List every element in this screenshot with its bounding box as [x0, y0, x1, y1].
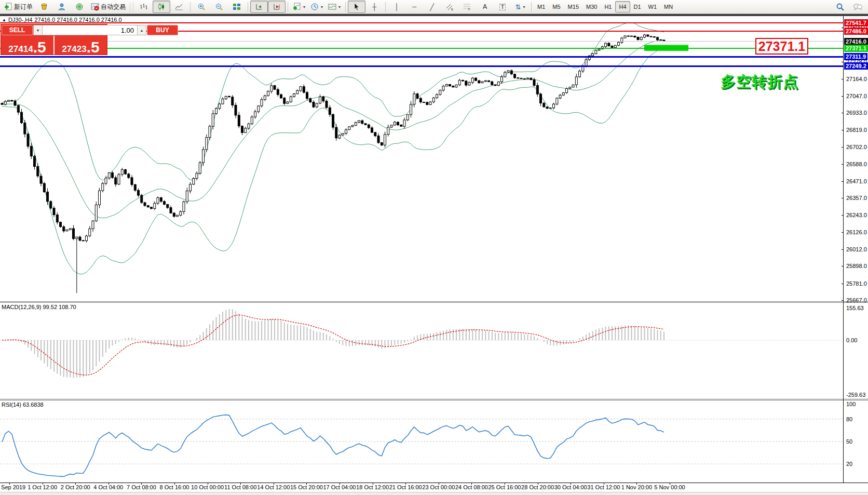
collapse-marker-icon[interactable]: ▲: [2, 18, 6, 22]
pane-separator[interactable]: [0, 399, 868, 399]
tf-h1-button[interactable]: H1: [601, 1, 615, 12]
symbol-period-label: DJ30-,H4: [8, 17, 32, 23]
tf-d1-button[interactable]: D1: [630, 1, 645, 12]
new-order-button[interactable]: 新订单: [2, 1, 35, 13]
time-tick: [571, 483, 571, 485]
pane-separator[interactable]: [0, 301, 868, 302]
horizontal-line-button[interactable]: ─: [405, 1, 423, 13]
clock-icon: [310, 3, 319, 11]
price-tag: 27486.0: [844, 28, 868, 35]
tile-windows-button[interactable]: [228, 1, 246, 13]
tf-m1-button[interactable]: M1: [534, 1, 549, 12]
price-axis-line: [843, 16, 844, 483]
pane-separator: [0, 400, 868, 400]
new-order-label: 新订单: [14, 3, 33, 11]
tf-m5-button[interactable]: M5: [549, 1, 564, 12]
cursor-icon: [352, 3, 361, 11]
label-tool-button[interactable]: T: [494, 1, 511, 13]
time-axis[interactable]: 30 Sep 20191 Oct 12:002 Oct 20:004 Oct 0…: [0, 483, 868, 492]
text-tool-icon: A: [483, 4, 487, 10]
ohlc-values: 27416.0 27416.0 27416.0 27416.0: [34, 17, 121, 23]
search-button[interactable]: [831, 1, 849, 13]
tf-m30-button[interactable]: M30: [582, 1, 601, 12]
community-button[interactable]: [53, 1, 71, 13]
time-tick: [405, 483, 406, 485]
crosshair-button[interactable]: ┼: [365, 1, 383, 13]
autotrading-button[interactable]: 自动交易: [88, 1, 128, 13]
caret-down-icon: ▾: [321, 5, 323, 9]
tf-h4-button[interactable]: H4: [615, 1, 630, 12]
tf-mn-button[interactable]: MN: [660, 1, 676, 12]
price-chart[interactable]: [0, 16, 843, 301]
time-tick: [604, 483, 604, 485]
bollinger-lower: [2, 48, 664, 274]
time-tick: [340, 483, 340, 485]
arrows-button[interactable]: ⇅ ▾: [511, 1, 529, 13]
price-tick-label: 25781.0: [846, 280, 867, 287]
chart-shift-button[interactable]: [268, 1, 286, 13]
time-label: 5 Nov 00:00: [641, 484, 698, 490]
cursor-button[interactable]: [348, 1, 365, 13]
horizontal-line-icon: ─: [412, 4, 416, 10]
time-tick: [471, 483, 472, 485]
horizontal-line-object[interactable]: [0, 41, 843, 42]
volume-decrease-button[interactable]: ▼: [33, 25, 43, 35]
template-icon: [328, 3, 336, 11]
bar-chart-button[interactable]: [135, 1, 153, 13]
line-chart-button[interactable]: [170, 1, 188, 13]
tf-w1-button[interactable]: W1: [645, 1, 661, 12]
horizontal-line-object[interactable]: [0, 65, 843, 67]
macd-pane[interactable]: [0, 303, 843, 399]
horizontal-line-object[interactable]: [0, 22, 843, 23]
toolbar-separator: [345, 2, 346, 12]
vertical-line-button[interactable]: │: [388, 1, 405, 13]
label-tool-icon: T: [499, 4, 506, 10]
person-icon: [58, 3, 66, 11]
candlestick-chart-button[interactable]: [153, 1, 170, 13]
line-chart-icon: [175, 3, 183, 11]
channel-icon: E: [445, 3, 454, 11]
trendline-icon: ╱: [430, 4, 434, 10]
autotrade-chart-icon: [91, 3, 99, 11]
toolbar-grip: [130, 2, 133, 12]
autotrade-label: 自动交易: [101, 3, 126, 11]
trendline-button[interactable]: ╱: [423, 1, 441, 13]
price-tick-label: 26126.0: [846, 229, 867, 235]
volume-input[interactable]: [43, 25, 137, 35]
price-tag: 27249.2: [844, 62, 868, 70]
horizontal-line-object[interactable]: [0, 56, 843, 58]
price-tag: 27371.1: [844, 45, 868, 52]
periods-button[interactable]: ▾: [308, 1, 326, 13]
turning-point-annotation[interactable]: 多空转折点: [721, 72, 798, 92]
macd-axis-label: 155.63: [846, 305, 864, 311]
indicators-icon: [293, 3, 301, 11]
time-tick: [9, 483, 10, 485]
zoom-out-button[interactable]: [210, 1, 228, 13]
macd-axis-label: 0.00: [846, 337, 857, 343]
auto-scroll-button[interactable]: [250, 1, 268, 13]
chart-shift-icon: [273, 3, 281, 11]
tf-m15-button[interactable]: M15: [564, 1, 582, 12]
time-tick: [274, 483, 274, 485]
profiles-button[interactable]: [35, 1, 53, 13]
chat-button[interactable]: [849, 1, 866, 13]
candlestick-icon: [157, 3, 166, 11]
svg-text:E: E: [451, 8, 453, 11]
rsi-pane[interactable]: [0, 400, 843, 483]
sell-button[interactable]: SELL: [2, 25, 33, 35]
price-callout-label[interactable]: 27371.1: [755, 38, 808, 55]
volume-increase-button[interactable]: ▲: [137, 25, 146, 35]
buy-price[interactable]: 27423 .5: [55, 36, 107, 55]
one-click-trading-panel: SELL ▼ ▲ BUY 27414 .5 27423 .5: [1, 24, 107, 55]
buy-button[interactable]: BUY: [147, 25, 178, 35]
text-tool-button[interactable]: A: [476, 1, 494, 13]
channel-button[interactable]: E: [441, 1, 458, 13]
fibonacci-button[interactable]: F: [458, 1, 476, 13]
templates-button[interactable]: ▾: [326, 1, 343, 13]
signals-button[interactable]: [71, 1, 88, 13]
rsi-axis-label: 100: [846, 401, 856, 407]
sell-price[interactable]: 27414 .5: [1, 36, 55, 55]
zoom-in-button[interactable]: [193, 1, 210, 13]
horizontal-line-object[interactable]: [0, 48, 843, 49]
indicators-button[interactable]: ▾: [290, 1, 308, 13]
